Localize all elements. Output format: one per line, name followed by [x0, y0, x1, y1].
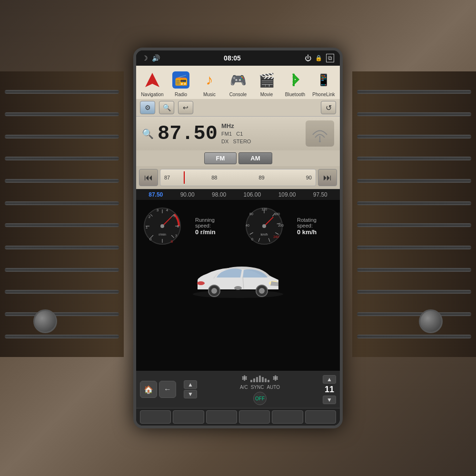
console-label: Console [229, 92, 247, 97]
speed-title: Rotating speed: [297, 217, 333, 228]
temperature-value: 11 [325, 385, 334, 395]
preset-5[interactable]: 109.00 [278, 191, 296, 198]
bottom-btn-4[interactable] [239, 410, 270, 424]
tune-next-button[interactable]: ⏭ [318, 169, 337, 186]
frequency-display: 🔍 87.50 MHz FM1 C1 DX STERO [136, 117, 340, 150]
music-icon: ♪ [206, 72, 213, 88]
vent-slat [357, 90, 471, 94]
fm-band-button[interactable]: FM [204, 152, 237, 164]
vent-slat [357, 335, 471, 338]
tuner-bar: ⏮ 87 88 89 90 ⏭ [136, 166, 340, 189]
svg-text:4: 4 [166, 208, 169, 212]
radio-mode1: FM1 C1 [221, 130, 251, 138]
home-button[interactable]: 🏠 [140, 381, 157, 398]
app-radio[interactable]: 📻 Radio [168, 69, 194, 97]
svg-text:r/min: r/min [159, 233, 166, 236]
bottom-btn-5[interactable] [272, 410, 303, 424]
tuner-mark-90: 90 [306, 175, 312, 180]
power-off-label: OFF [255, 396, 265, 401]
vent-slat [5, 157, 119, 160]
right-temp-down[interactable]: ▼ [323, 396, 336, 404]
tuner-track[interactable]: 87 88 89 90 [160, 169, 316, 186]
radio-tab-presets[interactable]: ⚙ [140, 101, 155, 114]
radio-controls-bar: ⚙ 🔍 ↩ ↺ [136, 99, 340, 117]
car-image-area [141, 251, 335, 308]
svg-text:1: 1 [146, 225, 148, 229]
svg-point-41 [262, 224, 266, 228]
vent-slat [5, 335, 119, 338]
bottom-btn-1[interactable] [140, 410, 171, 424]
app-music[interactable]: ♪ Music [197, 69, 223, 97]
svg-text:160: 160 [274, 212, 280, 216]
vent-slat [5, 90, 119, 94]
frequency-value: 87.50 [158, 122, 218, 145]
bluetooth-icon [288, 73, 302, 87]
am-band-button[interactable]: AM [238, 152, 272, 164]
car-interior-background: ☽ 🔊 08:05 ⏻ 🔒 ⧉ Navigation [0, 0, 476, 476]
preset-3[interactable]: 98.00 [212, 191, 226, 198]
preset-2[interactable]: 90.00 [180, 191, 195, 198]
gauges-row: 0 1 2 3 4 5 6 7 8 r/min [141, 205, 335, 248]
movie-icon: 🎬 [258, 72, 275, 88]
bottom-btn-6[interactable] [305, 410, 336, 424]
tune-previous-button[interactable]: ⏮ [139, 169, 158, 186]
tuner-labels: 87 88 89 90 [164, 175, 312, 180]
fan-bar-1 [250, 380, 252, 382]
app-navigation[interactable]: Navigation [139, 69, 166, 97]
climate-center-panel: ❄ ❄ A/C SYNC AUTO [199, 374, 321, 405]
radio-tab-info[interactable]: ↩ [178, 101, 193, 114]
vent-slat [357, 112, 471, 116]
bottom-buttons-bar [136, 408, 340, 426]
right-vent [352, 71, 476, 357]
temp-down-button[interactable]: ▼ [184, 390, 197, 398]
ac-label: A/C [240, 385, 248, 390]
preset-4[interactable]: 106.00 [244, 191, 261, 198]
bluetooth-label: Bluetooth [285, 92, 305, 97]
preset-1[interactable]: 87.50 [149, 191, 163, 198]
bottom-btn-3[interactable] [206, 410, 237, 424]
svg-text:km/h: km/h [260, 233, 268, 236]
svg-text:5: 5 [173, 214, 176, 218]
radio-tab-search[interactable]: 🔍 [159, 101, 174, 114]
svg-point-45 [197, 281, 205, 285]
gauges-section: 0 1 2 3 4 5 6 7 8 r/min [136, 200, 340, 371]
temp-up-button[interactable]: ▲ [184, 380, 197, 389]
preset-6[interactable]: 97.50 [313, 191, 327, 198]
app-movie[interactable]: 🎬 Movie [254, 69, 280, 97]
main-screen: ☽ 🔊 08:05 ⏻ 🔒 ⧉ Navigation [133, 48, 343, 428]
left-temp-control: ▲ ▼ [184, 380, 197, 398]
radio-icon: 📻 [172, 71, 189, 89]
back-button[interactable]: ← [159, 381, 176, 398]
svg-text:2: 2 [149, 215, 151, 219]
app-console[interactable]: 🎮 Console [225, 69, 251, 97]
left-knob[interactable] [33, 309, 57, 333]
presets-row: 87.50 90.00 98.00 106.00 109.00 97.50 [136, 189, 340, 200]
climate-power-button[interactable]: OFF [253, 392, 267, 405]
svg-text:7: 7 [175, 234, 178, 238]
navigation-label: Navigation [141, 92, 163, 97]
app-bluetooth[interactable]: Bluetooth [282, 69, 308, 97]
rpm-title: Running speed: [195, 217, 231, 228]
vent-slat [5, 112, 119, 116]
right-temp-up[interactable]: ▲ [323, 375, 336, 384]
vent-slat [5, 268, 119, 272]
app-phonelink[interactable]: 📱 PhoneLink [311, 69, 337, 97]
svg-marker-0 [145, 73, 159, 87]
svg-point-3 [319, 140, 321, 142]
svg-text:3: 3 [157, 208, 159, 212]
fan-left-icon: ❄ [241, 374, 248, 383]
console-icon-wrap: 🎮 [228, 69, 248, 90]
status-center: 08:05 [224, 54, 241, 62]
radio-back-btn[interactable]: ↺ [321, 101, 336, 114]
fan-bar-2 [253, 378, 255, 382]
svg-point-23 [160, 224, 164, 228]
search-icon: 🔍 [142, 128, 154, 139]
bottom-btn-2[interactable] [173, 410, 204, 424]
right-knob[interactable] [419, 309, 443, 333]
vent-slat [5, 312, 119, 316]
tuner-mark-89: 89 [259, 175, 265, 180]
rpm-value: 0 r/min [195, 228, 231, 236]
console-icon: 🎮 [230, 72, 247, 88]
ac-row: A/C SYNC AUTO [240, 385, 280, 390]
radio-mode2: DX STERO [221, 138, 251, 145]
